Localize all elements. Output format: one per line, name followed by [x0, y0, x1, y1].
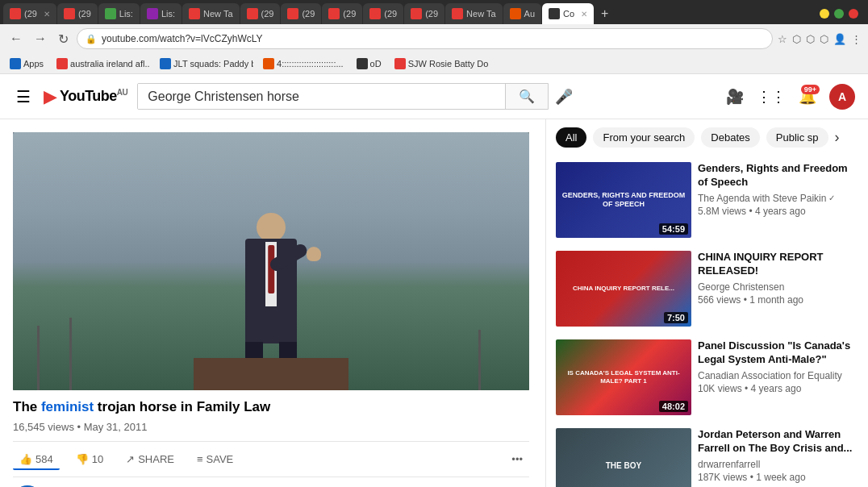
- bookmark-jlt-label: JLT squads: Paddy b...: [173, 59, 253, 69]
- thumb-text-4: THE BOY: [556, 428, 691, 487]
- extension-icon-1[interactable]: ⬡: [792, 33, 801, 45]
- bookmark-4-label: 4::::::::::::::::::::::...: [277, 59, 344, 69]
- sidebar-thumb-2: CHINA INQUIRY REPORT RELE... 7:50: [556, 251, 691, 327]
- sidebar-video-2[interactable]: CHINA INQUIRY REPORT RELE... 7:50 CHINA …: [553, 244, 862, 333]
- sidebar-video-1[interactable]: GENDERS, RIGHTS AND FREEDOM OF SPEECH 54…: [553, 156, 862, 244]
- tab-label-6: (29: [261, 9, 274, 19]
- sidebar-meta-4: 187K views • 1 week ago: [698, 472, 858, 483]
- sidebar-title-4: Jordan Peterson and Warren Farrell on Th…: [698, 428, 858, 456]
- video-actions: 👍 584 👎 10 ↗ SHARE ≡ SAVE •: [13, 441, 529, 477]
- sidebar-channel-4: drwarrenfarrell: [698, 459, 858, 470]
- tab-label-8: (29: [343, 9, 356, 19]
- tab-favicon-4: [147, 8, 158, 19]
- tab-12[interactable]: Au: [503, 3, 541, 24]
- sjw-icon: [394, 58, 406, 69]
- save-button[interactable]: ≡ SAVE: [190, 448, 240, 470]
- tab-close-13[interactable]: ✕: [581, 10, 587, 19]
- youtube-logo[interactable]: ▶ YouTubeAU: [44, 86, 127, 107]
- extension-icon-3[interactable]: ⬡: [820, 33, 828, 45]
- tab-13[interactable]: Co ✕: [542, 3, 594, 24]
- maximize-button[interactable]: [834, 9, 844, 19]
- bookmark-4[interactable]: 4::::::::::::::::::::::...: [260, 56, 347, 71]
- tab-2[interactable]: (29: [57, 3, 98, 24]
- forward-button[interactable]: →: [31, 30, 50, 48]
- chips-next-button[interactable]: ›: [835, 129, 840, 146]
- user-avatar[interactable]: A: [829, 84, 855, 110]
- back-button[interactable]: ←: [6, 30, 26, 48]
- lock-icon: 🔒: [86, 34, 97, 44]
- refresh-button[interactable]: ↻: [55, 30, 72, 48]
- video-views: 16,545 views: [13, 421, 74, 433]
- thumb-label-2: CHINA INQUIRY REPORT RELE...: [573, 285, 674, 293]
- tab-close-1[interactable]: ✕: [44, 10, 50, 19]
- notification-badge: 99+: [801, 85, 820, 94]
- more-options-icon[interactable]: ⋮: [851, 33, 862, 45]
- share-icon: ↗: [126, 453, 135, 465]
- sidebar-channel-2: George Christensen: [698, 281, 858, 293]
- tab-11[interactable]: New Ta: [445, 3, 502, 24]
- tab-6[interactable]: (29: [240, 3, 281, 24]
- video-camera-button[interactable]: 🎥: [726, 88, 744, 106]
- youtube-logo-icon: ▶: [44, 86, 57, 107]
- tab-5[interactable]: New Ta: [182, 3, 239, 24]
- more-actions-button[interactable]: •••: [505, 448, 529, 470]
- tab-9[interactable]: (29: [363, 3, 403, 24]
- bookmark-apps[interactable]: Apps: [6, 56, 47, 71]
- bookmark-jlt[interactable]: JLT squads: Paddy b...: [156, 56, 253, 71]
- video-section: The feminist trojan horse in Family Law …: [0, 119, 545, 487]
- share-button[interactable]: ↗ SHARE: [119, 448, 181, 470]
- sidebar-duration-3: 48:02: [659, 401, 688, 412]
- sidebar-video-3[interactable]: IS CANADA'S LEGAL SYSTEM ANTI-MALE? PART…: [553, 333, 862, 422]
- video-player[interactable]: [13, 132, 529, 390]
- bookmark-star-icon[interactable]: ☆: [778, 33, 787, 45]
- tab-4[interactable]: Lis:: [140, 3, 182, 24]
- bookmark-apps-label: Apps: [23, 59, 44, 69]
- bookmark-od[interactable]: oD: [353, 56, 385, 71]
- dislike-button[interactable]: 👎 10: [69, 448, 110, 470]
- tab-bar: (29 ✕ (29 Lis: Lis: New Ta (29 (29: [0, 0, 868, 24]
- tab-label-11: New Ta: [466, 9, 495, 19]
- verified-icon-1: ✓: [828, 194, 835, 202]
- like-button[interactable]: 👍 584: [13, 448, 60, 470]
- new-tab-button[interactable]: +: [595, 6, 615, 21]
- share-label: SHARE: [138, 453, 174, 465]
- sidebar-video-4[interactable]: THE BOY 1:35:04 Jordan Peterson and Warr…: [553, 422, 862, 487]
- chip-from-search[interactable]: From your search: [593, 127, 695, 148]
- minimize-button[interactable]: [820, 9, 829, 19]
- tab-favicon-7: [287, 8, 298, 19]
- search-input[interactable]: [138, 84, 505, 109]
- tab-3[interactable]: Lis:: [98, 3, 140, 24]
- chip-public-sp[interactable]: Public sp: [766, 127, 828, 148]
- close-button[interactable]: [849, 9, 858, 19]
- chip-all[interactable]: All: [556, 127, 586, 148]
- video-thumbnail: [13, 132, 529, 390]
- tab-10[interactable]: (29: [404, 3, 444, 24]
- bookmark-australia[interactable]: australia ireland afl...: [53, 56, 150, 71]
- youtube-header: ☰ ▶ YouTubeAU 🔍 🎤 🎥 ⋮⋮ 🔔 99+ A: [0, 74, 868, 119]
- sidebar-channel-1: The Agenda with Steve Paikin ✓: [698, 193, 858, 204]
- search-button[interactable]: 🔍: [505, 84, 548, 109]
- save-label: SAVE: [207, 453, 234, 465]
- search-container: 🔍 🎤: [137, 83, 573, 110]
- sidebar-meta-1: 5.8M views • 4 years ago: [698, 206, 858, 217]
- video-title-suffix: trojan horse in Family Law: [94, 399, 270, 414]
- header-right: 🎥 ⋮⋮ 🔔 99+ A: [726, 84, 855, 110]
- tab-1[interactable]: (29 ✕: [3, 3, 56, 24]
- tab-8[interactable]: (29: [322, 3, 362, 24]
- sidebar-thumb-3: IS CANADA'S LEGAL SYSTEM ANTI-MALE? PART…: [556, 339, 691, 415]
- chip-debates[interactable]: Debates: [701, 127, 759, 148]
- bookmarks-bar: Apps australia ireland afl... JLT squads…: [0, 53, 868, 74]
- save-icon: ≡: [197, 453, 203, 465]
- bookmark-sjw[interactable]: SJW Rosie Batty Do...: [391, 56, 488, 71]
- extension-icon-2[interactable]: ⬡: [806, 33, 815, 45]
- like-count: 584: [35, 453, 53, 465]
- user-profile-icon[interactable]: 👤: [833, 33, 846, 45]
- address-bar[interactable]: 🔒 youtube.com/watch?v=lVcCZyhWcLY: [77, 28, 773, 49]
- hamburger-menu-button[interactable]: ☰: [13, 84, 34, 110]
- microphone-button[interactable]: 🎤: [555, 88, 573, 106]
- notifications-button[interactable]: 🔔 99+: [799, 88, 816, 106]
- apps-grid-button[interactable]: ⋮⋮: [757, 88, 786, 106]
- video-date: May 31, 2011: [84, 421, 148, 433]
- thumb-label-4: THE BOY: [606, 461, 641, 471]
- tab-7[interactable]: (29: [281, 3, 321, 24]
